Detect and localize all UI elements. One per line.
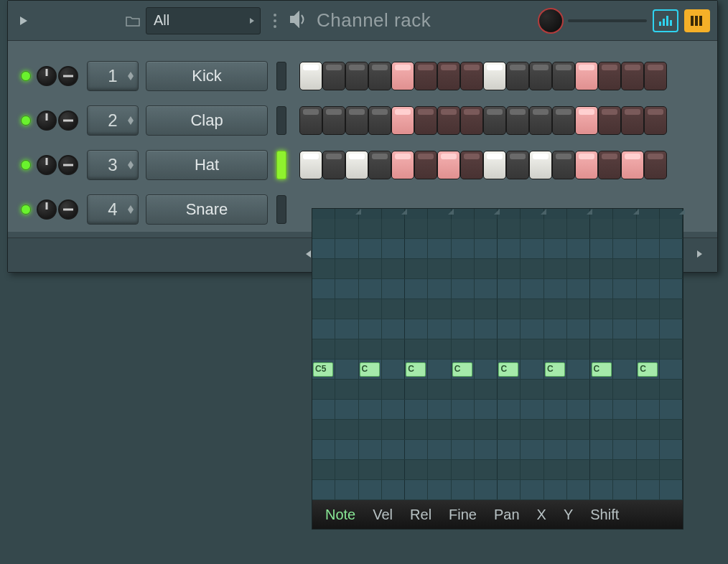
step-button[interactable]: [391, 106, 414, 135]
step-button[interactable]: [575, 106, 598, 135]
channel-vol-knob[interactable]: [58, 199, 78, 220]
step-button[interactable]: [644, 106, 667, 135]
graph-tab-y[interactable]: Y: [556, 504, 580, 526]
step-button[interactable]: [506, 106, 529, 135]
channel-vol-knob[interactable]: [58, 155, 78, 175]
note-block[interactable]: C: [498, 362, 518, 377]
step-button[interactable]: [345, 106, 368, 135]
piano-row[interactable]: [312, 420, 683, 440]
scroll-right-button[interactable]: [696, 248, 704, 263]
step-button[interactable]: [414, 62, 437, 90]
speaker-icon[interactable]: [289, 11, 309, 31]
step-button[interactable]: [575, 62, 598, 90]
channel-number[interactable]: 1: [87, 61, 139, 91]
channel-number[interactable]: 2: [87, 105, 139, 136]
graph-tab-vel[interactable]: Vel: [365, 504, 400, 526]
step-button[interactable]: [506, 151, 529, 179]
channel-select-bar[interactable]: [276, 62, 286, 90]
step-button[interactable]: [299, 106, 322, 135]
step-button[interactable]: [437, 106, 460, 135]
piano-row[interactable]: [312, 440, 683, 460]
step-button[interactable]: [460, 151, 483, 179]
swing-knob[interactable]: [538, 8, 564, 34]
play-button[interactable]: [15, 12, 32, 29]
step-button[interactable]: [621, 62, 644, 90]
step-button[interactable]: [529, 151, 552, 179]
channel-name-button[interactable]: Clap: [146, 105, 268, 136]
channel-filter-dropdown[interactable]: All: [146, 7, 261, 34]
step-button[interactable]: [529, 106, 552, 135]
step-button[interactable]: [299, 62, 322, 90]
piano-row[interactable]: [312, 380, 683, 400]
step-button[interactable]: [483, 151, 506, 179]
channel-select-bar[interactable]: [276, 195, 286, 224]
step-button[interactable]: [552, 106, 575, 135]
step-button[interactable]: [598, 151, 621, 179]
piano-row[interactable]: [312, 279, 683, 299]
graph-tab-note[interactable]: Note: [318, 504, 363, 526]
swing-slider[interactable]: [568, 19, 647, 22]
channel-pan-knob[interactable]: [37, 199, 57, 220]
channel-name-button[interactable]: Kick: [146, 61, 268, 91]
step-button[interactable]: [644, 62, 667, 90]
step-button[interactable]: [644, 151, 667, 179]
step-button[interactable]: [483, 106, 506, 135]
step-button[interactable]: [414, 151, 437, 179]
piano-row[interactable]: [312, 339, 683, 359]
channel-name-button[interactable]: Snare: [146, 194, 268, 225]
piano-row[interactable]: [312, 219, 683, 239]
step-button[interactable]: [414, 106, 437, 135]
step-button[interactable]: [391, 62, 414, 90]
step-button[interactable]: [460, 62, 483, 90]
step-button[interactable]: [621, 106, 644, 135]
channel-mute-led[interactable]: [21, 116, 31, 126]
step-button[interactable]: [368, 62, 391, 90]
piano-row[interactable]: [312, 299, 683, 319]
piano-row[interactable]: C5CCCCCCC: [312, 359, 683, 380]
step-button[interactable]: [621, 151, 644, 179]
channel-select-bar[interactable]: [276, 106, 286, 135]
step-button[interactable]: [598, 62, 621, 90]
channel-mute-led[interactable]: [21, 205, 31, 215]
step-button[interactable]: [598, 106, 621, 135]
step-button[interactable]: [391, 151, 414, 179]
graph-tab-x[interactable]: X: [530, 504, 554, 526]
note-block[interactable]: C: [452, 362, 472, 377]
step-button[interactable]: [368, 106, 391, 135]
options-menu-icon[interactable]: [274, 14, 276, 28]
step-button[interactable]: [322, 106, 345, 135]
note-block[interactable]: C: [406, 362, 426, 377]
graph-tab-rel[interactable]: Rel: [403, 504, 439, 526]
note-block[interactable]: C: [545, 362, 565, 377]
channel-number[interactable]: 3: [87, 150, 139, 180]
folder-icon[interactable]: [126, 14, 140, 28]
channel-vol-knob[interactable]: [58, 66, 78, 86]
graph-tab-pan[interactable]: Pan: [487, 504, 527, 526]
piano-grid[interactable]: C5CCCCCCC: [312, 219, 683, 500]
step-button[interactable]: [299, 151, 322, 179]
piano-row[interactable]: [312, 480, 683, 500]
graph-tab-fine[interactable]: Fine: [442, 504, 484, 526]
note-block[interactable]: C: [638, 362, 658, 377]
channel-pan-knob[interactable]: [37, 111, 57, 131]
step-button[interactable]: [322, 62, 345, 90]
step-button[interactable]: [483, 62, 506, 90]
piano-row[interactable]: [312, 319, 683, 339]
channel-mute-led[interactable]: [21, 71, 31, 81]
step-button[interactable]: [345, 151, 368, 179]
step-button[interactable]: [552, 151, 575, 179]
channel-select-bar[interactable]: [276, 151, 286, 179]
step-button[interactable]: [345, 62, 368, 90]
piano-row[interactable]: [312, 259, 683, 279]
note-block[interactable]: C: [360, 362, 380, 377]
step-button[interactable]: [322, 151, 345, 179]
channel-number[interactable]: 4: [87, 194, 139, 225]
piano-row[interactable]: [312, 400, 683, 420]
step-button[interactable]: [506, 62, 529, 90]
channel-mute-led[interactable]: [21, 160, 31, 170]
step-button[interactable]: [575, 151, 598, 179]
note-block[interactable]: C: [592, 362, 612, 377]
step-button[interactable]: [552, 62, 575, 90]
step-button[interactable]: [437, 62, 460, 90]
step-button[interactable]: [368, 151, 391, 179]
